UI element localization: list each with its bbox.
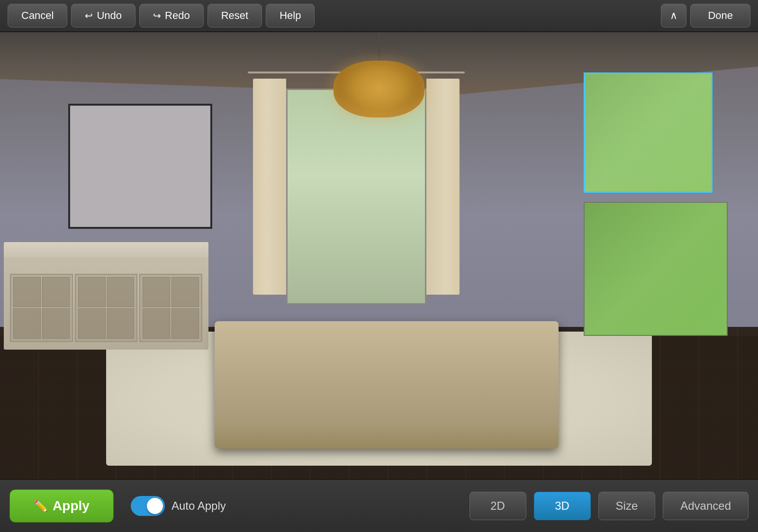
- help-button[interactable]: Help: [266, 4, 315, 27]
- right-window-bottom: [584, 202, 728, 336]
- undo-icon: ↩: [85, 10, 93, 21]
- cancel-button[interactable]: Cancel: [8, 4, 67, 27]
- sideboard-top: [4, 242, 208, 258]
- door-pane: [13, 277, 41, 307]
- sideboard-doors: [10, 274, 202, 342]
- dining-table-set: [182, 175, 591, 479]
- sideboard: [4, 242, 208, 349]
- door-pane: [42, 277, 70, 307]
- auto-apply-label: Auto Apply: [171, 499, 226, 513]
- apply-button[interactable]: ✏️ Apply: [9, 489, 114, 523]
- chandelier-chain: [379, 32, 380, 61]
- auto-apply-toggle[interactable]: [131, 496, 165, 516]
- scene-area: [0, 32, 758, 479]
- collapse-button[interactable]: ∧: [661, 4, 686, 27]
- reset-button[interactable]: Reset: [208, 4, 262, 27]
- door-pane: [42, 308, 70, 339]
- door-pane: [143, 308, 170, 339]
- door-pane: [107, 308, 135, 339]
- undo-button[interactable]: ↩ Undo: [71, 4, 135, 27]
- redo-button[interactable]: ↪ Redo: [139, 4, 204, 27]
- door-pane: [78, 277, 106, 307]
- door-pane: [107, 277, 135, 307]
- chandelier-body: [334, 61, 424, 117]
- auto-apply-section: Auto Apply: [131, 496, 226, 516]
- advanced-button[interactable]: Advanced: [663, 492, 749, 520]
- toggle-knob: [147, 498, 163, 514]
- apply-icon: ✏️: [34, 499, 48, 513]
- sideboard-door-left: [10, 274, 73, 342]
- chandelier: [334, 32, 424, 117]
- right-window-top-selected[interactable]: [584, 72, 713, 193]
- bottom-toolbar: ✏️ Apply Auto Apply 2D 3D Size Advanced: [0, 479, 758, 532]
- room-scene: [0, 32, 758, 479]
- sideboard-door-center: [75, 274, 138, 342]
- top-toolbar: Cancel ↩ Undo ↪ Redo Reset Help ∧ Done: [0, 0, 758, 32]
- redo-icon: ↪: [153, 10, 161, 21]
- size-button[interactable]: Size: [598, 492, 656, 520]
- view-2d-button[interactable]: 2D: [469, 492, 526, 520]
- door-pane: [143, 277, 170, 307]
- chevron-up-icon: ∧: [670, 9, 677, 22]
- view-3d-button[interactable]: 3D: [534, 492, 591, 520]
- sideboard-body: [4, 257, 208, 350]
- dining-table: [215, 321, 559, 449]
- door-pane: [13, 308, 41, 339]
- done-button[interactable]: Done: [690, 4, 750, 27]
- door-pane: [78, 308, 106, 339]
